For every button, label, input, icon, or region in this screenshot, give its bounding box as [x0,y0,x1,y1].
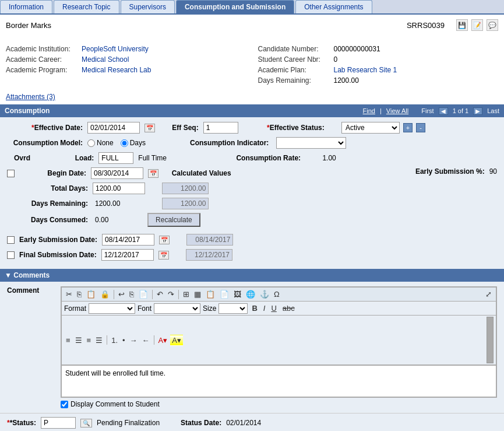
sep1 [114,290,114,299]
tb-undo[interactable]: ↶ [155,289,165,300]
status-input[interactable] [41,417,76,429]
eff-seq-input[interactable] [203,122,238,134]
consumption-indicator-select[interactable] [276,137,346,149]
tb-link[interactable]: 🌐 [244,289,257,300]
effective-date-cal[interactable]: 📅 [144,124,155,132]
tb-paste[interactable]: 📋 [84,289,97,300]
align-justify-btn[interactable]: ☰ [94,335,104,346]
sep4 [107,335,107,345]
tb-img[interactable]: 🖼 [232,289,243,300]
find-link[interactable]: Find [363,107,375,114]
consumption-title: Consumption [5,107,50,115]
begin-date-ovrd-check[interactable] [7,170,15,177]
load-row: Ovrd Load: Full Time Consumption Rate: 1… [7,152,497,164]
bg-color-btn[interactable]: A▾ [170,335,183,346]
tb-table2[interactable]: ▦ [192,289,203,300]
tab-research-topic[interactable]: Research Topic [54,0,119,13]
tb-copy2[interactable]: ⎘ [128,289,136,300]
tb-cut[interactable]: ✂ [64,289,74,300]
info-grid: Academic Institution: PeopleSoft Univers… [0,37,504,92]
early-submission-calc: 08/14/2017 [186,234,233,246]
student-name: Border Marks [6,21,407,30]
comments-section-header[interactable]: ▼ Comments [0,269,504,282]
header-area: Border Marks SRRS0039 💾 📝 💬 [0,15,504,37]
recalculate-btn[interactable]: Recalculate [147,213,200,227]
display-comment-label: Display Comment to Student [71,400,160,408]
begin-date-row: Begin Date: 📅 Calculated Values [7,167,400,179]
outdent-btn[interactable]: ← [140,335,151,346]
early-submission-ovrd-check[interactable] [7,236,15,244]
display-comment-checkbox[interactable] [61,401,68,408]
attachments-link[interactable]: Attachments (3) [6,93,55,101]
tb-copy[interactable]: ⎘ [75,289,83,300]
comment-text-content[interactable]: Student will be enrolled full time. [61,365,496,397]
student-career-nbr-label: Student Career Nbr: [258,55,334,64]
tb-redo[interactable]: ↷ [166,289,176,300]
tab-consumption-submission[interactable]: Consumption and Submission [176,0,294,13]
edit-icon[interactable]: 📝 [471,19,483,31]
add-row-btn[interactable]: + [403,123,413,132]
radio-none[interactable] [87,139,95,147]
days-remaining-form-value: 1200.00 [93,198,145,209]
ordered-list-btn[interactable]: 1. [110,335,119,346]
begin-date-input[interactable] [91,167,143,179]
font-color-btn[interactable]: A▾ [157,335,170,346]
align-left-btn[interactable]: ≡ [64,335,72,346]
total-days-row: Total Days: 1200.00 [7,183,400,194]
editor-toolbar-1: ✂ ⎘ 📋 🔒 ↩ ⎘ 📄 ↶ ↷ ⊞ ▦ 📋 📄 🖼 🌐 ⚓ Ω [61,287,496,302]
indent-btn[interactable]: → [128,335,139,346]
tb-expand[interactable]: ⤢ [484,289,494,300]
consumption-model-label: Consumption Model: [7,139,83,147]
total-days-input[interactable] [93,183,145,194]
effective-date-input[interactable] [87,122,140,134]
italic-btn[interactable]: I [262,303,267,314]
scrollbar[interactable] [487,317,494,363]
radio-days[interactable] [121,139,128,147]
tab-supervisors[interactable]: Supervisors [121,0,175,13]
tab-bar: Information Research Topic Supervisors C… [0,0,504,15]
final-submission-ovrd-check[interactable] [7,251,15,259]
format-label: Format [64,304,86,313]
tb-special[interactable]: Ω [272,289,281,300]
radio-none-label[interactable]: None [87,139,114,147]
tb-anchor[interactable]: ⚓ [258,289,271,300]
consumption-rate-label: Consumption Rate: [236,154,318,162]
bold-btn[interactable]: B [250,303,259,314]
align-center-btn[interactable]: ☰ [73,335,84,346]
tab-other-assignments[interactable]: Other Assignments [295,0,372,13]
final-submission-date-cal[interactable]: 📅 [158,251,169,260]
radio-days-label[interactable]: Days [121,139,146,147]
size-select[interactable] [218,303,248,314]
comment-icon[interactable]: 💬 [487,19,498,31]
consumption-model-radios: None Days [87,139,146,147]
begin-date-cal[interactable]: 📅 [148,169,158,178]
load-text: Full Time [138,154,167,162]
tb-undo-all[interactable]: ↩ [117,289,126,300]
unordered-list-btn[interactable]: • [121,335,127,346]
status-row: **Status: 🔍 Pending Finalization Status … [0,413,504,431]
effective-date-row: *Effective Date: 📅 Eff Seq: *Effective S… [7,122,497,134]
early-submission-date-cal[interactable]: 📅 [159,236,170,244]
tab-information[interactable]: Information [0,0,52,13]
save-icon[interactable]: 💾 [456,19,468,31]
early-submission-date-input[interactable] [102,234,154,246]
tb-paste2[interactable]: 📄 [137,289,150,300]
status-lookup-btn[interactable]: 🔍 [80,419,92,428]
format-select[interactable] [89,303,135,314]
final-submission-date-input[interactable] [101,249,154,261]
next-btn[interactable]: ▶ [473,107,482,115]
underline-btn[interactable]: U [269,303,278,314]
tb-clip[interactable]: 📋 [204,289,217,300]
tb-table[interactable]: ⊞ [181,289,191,300]
strikethrough-btn[interactable]: abc [281,303,297,314]
comments-title: Comments [13,271,50,279]
load-input[interactable] [98,152,133,164]
align-right-btn[interactable]: ≡ [85,335,93,346]
remove-row-btn[interactable]: - [416,123,425,132]
view-all-link[interactable]: View All [386,107,408,114]
prev-btn[interactable]: ◀ [439,107,448,115]
effective-status-select[interactable]: Active [341,122,400,134]
tb-lock[interactable]: 🔒 [98,289,111,300]
font-select[interactable] [154,303,200,314]
tb-clip2[interactable]: 📄 [218,289,231,300]
